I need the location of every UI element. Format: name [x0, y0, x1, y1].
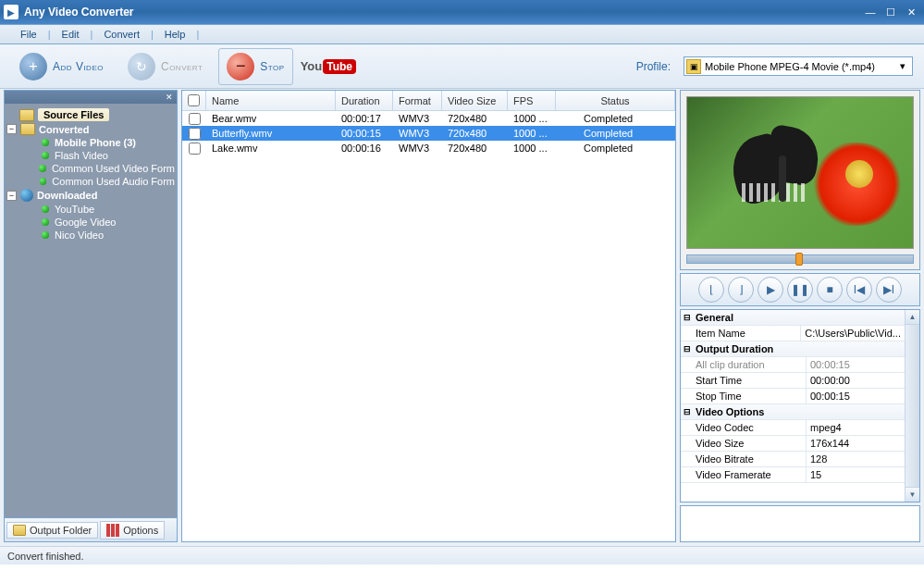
col-duration[interactable]: Duration [336, 91, 393, 110]
property-value[interactable]: 00:00:15 [807, 357, 905, 372]
menu-file[interactable]: File [9, 29, 48, 40]
scroll-up-icon[interactable]: ▲ [906, 310, 919, 325]
tree-downloaded[interactable]: −Downloaded [5, 188, 177, 203]
tree-common-audio[interactable]: Common Used Audio Form [5, 175, 177, 188]
property-row[interactable]: All clip duration00:00:15 [681, 357, 905, 373]
tree-mobile-phone[interactable]: Mobile Phone (3) [5, 136, 177, 149]
tree-converted[interactable]: −Converted [5, 122, 177, 136]
property-row[interactable]: Stop Time00:00:15 [681, 389, 905, 404]
col-status[interactable]: Status [556, 91, 675, 110]
select-all-checkbox[interactable] [188, 94, 200, 106]
property-value[interactable]: 15 [807, 467, 905, 482]
app-icon: ▶ [4, 5, 18, 19]
options-button[interactable]: Options [100, 521, 165, 540]
sidebar-close-button[interactable]: ✕ [5, 91, 177, 104]
profile-select[interactable]: ▣ Mobile Phone MPEG-4 Movie (*.mp4) ▾ [684, 56, 913, 76]
bullet-icon [39, 165, 45, 172]
property-row[interactable]: Item NameC:\Users\Public\Vid... [681, 326, 905, 341]
property-value[interactable]: 00:00:00 [807, 373, 905, 388]
maximize-button[interactable]: ☐ [881, 6, 900, 19]
collapse-icon[interactable]: ⊟ [681, 404, 694, 419]
profile-icon: ▣ [686, 59, 701, 74]
convert-button[interactable]: ↻ Convert [119, 48, 211, 85]
property-row[interactable]: Video Framerate15 [681, 467, 905, 483]
youtube-logo[interactable]: YouTube [301, 56, 354, 78]
collapse-icon[interactable]: ⊟ [681, 341, 694, 356]
property-row[interactable]: Video Bitrate128 [681, 452, 905, 467]
col-video-size[interactable]: Video Size [442, 91, 508, 110]
seek-slider[interactable] [686, 254, 914, 264]
row-checkbox[interactable] [189, 143, 201, 155]
cell-fps: 1000 ... [508, 128, 556, 139]
scroll-down-icon[interactable]: ▼ [906, 487, 919, 502]
tree-flash-video[interactable]: Flash Video [5, 149, 177, 162]
properties-scrollbar[interactable]: ▲ ▼ [905, 310, 919, 502]
stop-playback-button[interactable]: ■ [817, 277, 843, 303]
chevron-down-icon: ▾ [895, 60, 910, 72]
collapse-icon[interactable]: − [6, 191, 17, 201]
folder-icon [19, 109, 34, 121]
property-row[interactable]: Video Size176x144 [681, 436, 905, 452]
next-button[interactable]: ▶I [876, 277, 902, 303]
source-tree: Source Files −Converted Mobile Phone (3)… [5, 104, 177, 517]
stop-button[interactable]: − Stop [218, 48, 292, 85]
stop-icon: − [227, 53, 254, 81]
property-value[interactable]: C:\Users\Public\Vid... [801, 326, 905, 341]
play-button[interactable]: ▶ [758, 277, 783, 303]
tree-youtube[interactable]: YouTube [5, 203, 177, 216]
property-key: All clip duration [681, 357, 807, 372]
seek-thumb[interactable] [795, 253, 803, 266]
collapse-icon[interactable]: ⊟ [681, 310, 694, 325]
mark-in-button[interactable]: ⌊ [698, 277, 724, 303]
property-row[interactable]: Video Codecmpeg4 [681, 420, 905, 436]
cell-format: WMV3 [393, 143, 442, 154]
row-checkbox[interactable] [189, 128, 201, 140]
property-value[interactable]: 128 [807, 452, 905, 466]
tree-google-video[interactable]: Google Video [5, 216, 177, 229]
table-row[interactable]: Bear.wmv00:00:17WMV3720x4801000 ...Compl… [182, 111, 675, 126]
property-row[interactable]: Start Time00:00:00 [681, 373, 905, 389]
output-folder-button[interactable]: Output Folder [6, 522, 98, 539]
options-icon [106, 524, 119, 537]
tree-common-video[interactable]: Common Used Video Form [5, 162, 177, 175]
property-key: Video Size [681, 436, 807, 451]
cell-status: Completed [556, 128, 675, 139]
preview-image [686, 96, 914, 249]
prev-button[interactable]: I◀ [846, 277, 872, 303]
cell-status: Completed [556, 143, 675, 154]
property-section[interactable]: ⊟Output Duration [681, 341, 905, 357]
property-key: Video Framerate [681, 467, 807, 482]
add-video-button[interactable]: + Add Video [11, 48, 112, 85]
table-row[interactable]: Butterfly.wmv00:00:15WMV3720x4801000 ...… [182, 126, 675, 141]
close-button[interactable]: ✕ [902, 6, 920, 19]
property-section[interactable]: ⊟General [681, 310, 905, 326]
property-value[interactable]: mpeg4 [807, 420, 905, 435]
property-key: Video Bitrate [681, 452, 807, 466]
col-format[interactable]: Format [393, 91, 442, 110]
menu-help[interactable]: Help [154, 29, 197, 40]
collapse-icon[interactable]: − [6, 124, 17, 134]
col-name[interactable]: Name [206, 91, 336, 110]
pause-button[interactable]: ❚❚ [787, 277, 813, 303]
cell-format: WMV3 [393, 128, 442, 139]
property-value[interactable]: 176x144 [807, 436, 905, 451]
col-fps[interactable]: FPS [508, 91, 556, 110]
bullet-icon [42, 152, 49, 159]
table-row[interactable]: Lake.wmv00:00:16WMV3720x4801000 ...Compl… [182, 141, 675, 155]
menu-convert[interactable]: Convert [92, 29, 151, 40]
property-section[interactable]: ⊟Video Options [681, 404, 905, 420]
profile-label: Profile: [636, 60, 671, 73]
mark-out-button[interactable]: ⌋ [728, 277, 754, 303]
property-value[interactable]: 00:00:15 [807, 389, 905, 403]
property-key: Stop Time [681, 389, 807, 403]
tree-source-files[interactable]: Source Files [5, 107, 177, 122]
cell-video-size: 720x480 [442, 128, 508, 139]
bullet-icon [42, 139, 49, 146]
menu-edit[interactable]: Edit [51, 29, 91, 40]
tree-nico-video[interactable]: Nico Video [5, 229, 177, 242]
row-checkbox[interactable] [189, 113, 201, 125]
cell-fps: 1000 ... [508, 113, 556, 124]
minimize-button[interactable]: — [861, 6, 880, 19]
property-key: Item Name [681, 326, 801, 341]
add-video-icon: + [19, 53, 47, 81]
